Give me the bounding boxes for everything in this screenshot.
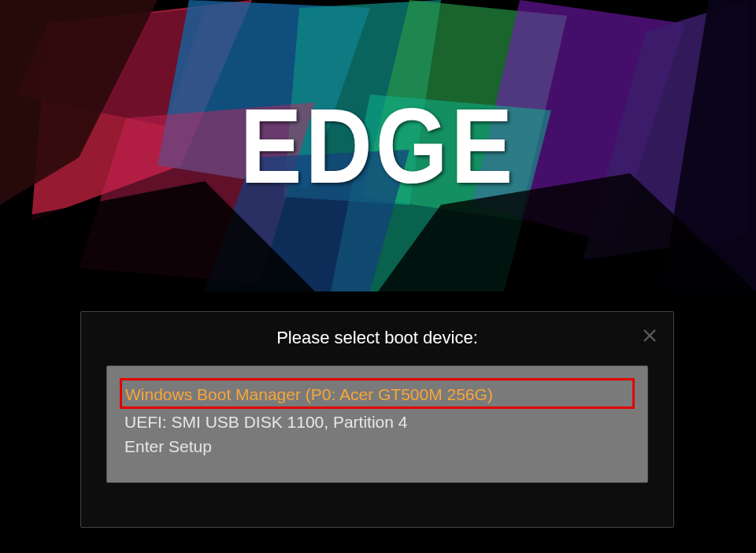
brand-banner: EDGE (0, 0, 756, 291)
brand-logo-text: EDGE (240, 84, 516, 207)
dialog-title: Please select boot device: (81, 312, 673, 366)
boot-item-windows-boot-manager[interactable]: Windows Boot Manager (P0: Acer GT500M 25… (120, 378, 635, 409)
boot-item-uefi-usb[interactable]: UEFI: SMI USB DISK 1100, Partition 4 (123, 410, 632, 434)
close-icon[interactable] (640, 326, 659, 345)
boot-item-enter-setup[interactable]: Enter Setup (123, 434, 632, 458)
boot-device-dialog: Please select boot device: Windows Boot … (80, 311, 674, 528)
boot-device-list: Windows Boot Manager (P0: Acer GT500M 25… (106, 366, 648, 483)
